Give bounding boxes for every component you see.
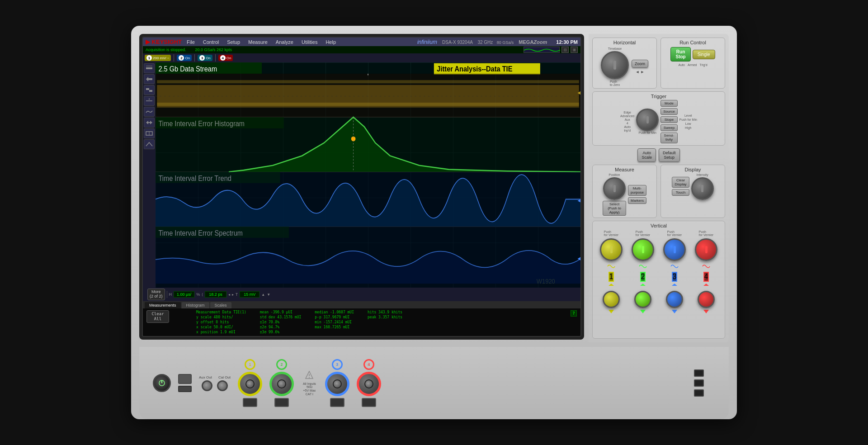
display-label: Display xyxy=(664,167,722,172)
side-btn-7[interactable] xyxy=(144,128,155,138)
ch4-bnc[interactable] xyxy=(357,372,381,396)
measure-display-row: Measure Position Select(Push to Apply) M… xyxy=(592,165,725,218)
more-button[interactable]: More (2 of 2) xyxy=(147,289,165,300)
usb-port-3[interactable] xyxy=(694,389,704,397)
ch2-bnc[interactable] xyxy=(269,372,294,396)
ch3-down-arrow xyxy=(670,310,679,314)
cal-out-label: Cal Out xyxy=(218,375,231,379)
ch2-indicator[interactable]: 2 xyxy=(640,272,646,282)
usb-front-1[interactable] xyxy=(178,386,192,392)
io-connectors xyxy=(178,374,192,392)
ch4-aux-connector[interactable] xyxy=(362,398,376,407)
ch1-scale-knob[interactable] xyxy=(600,238,623,261)
menu-setup[interactable]: Setup xyxy=(226,39,241,45)
time-bar: More (2 of 2) H 1.00 µs/ % ⟨ 18.2 ps ◂ ▸… xyxy=(143,288,580,301)
ch2-aux-connector[interactable] xyxy=(274,398,289,407)
ch3-bnc[interactable] xyxy=(325,372,349,396)
warning-icon xyxy=(305,370,314,381)
mode-button[interactable]: Mode xyxy=(660,100,677,107)
side-btn-5[interactable] xyxy=(144,107,155,117)
ch4-indicator[interactable]: 4 xyxy=(703,272,709,282)
ch1-button[interactable]: 1 200 mV/ ~ xyxy=(145,55,171,61)
trigD-label: Trig'd xyxy=(700,63,708,66)
side-btn-3[interactable] xyxy=(144,85,155,95)
ch1-bnc[interactable] xyxy=(238,372,262,396)
side-btn-2[interactable] xyxy=(144,74,155,84)
trigger-label: Trigger xyxy=(595,94,722,99)
zoom-button[interactable]: Zoom xyxy=(632,60,648,68)
timebase-knob[interactable] xyxy=(601,51,629,79)
usb-port-2[interactable] xyxy=(694,379,704,387)
menu-measure[interactable]: Measure xyxy=(247,39,269,45)
side-btn-4[interactable] xyxy=(144,96,155,106)
clear-all-button[interactable]: ClearAll xyxy=(146,310,169,323)
ch3-button[interactable]: 3 On xyxy=(198,55,212,61)
single-button[interactable]: Single xyxy=(693,50,715,59)
ch3-pos-knob-group xyxy=(666,291,683,314)
sweep-button[interactable]: Sweep xyxy=(660,124,677,131)
menu-help[interactable]: Help xyxy=(324,39,337,45)
ch1-vertical-control: Pushfor Vernier 1 xyxy=(600,230,623,288)
measure-position-knob[interactable] xyxy=(603,177,626,200)
ch2-pos-knob-group xyxy=(634,291,651,314)
side-btn-8[interactable] xyxy=(144,139,155,149)
ch4-scale-knob[interactable] xyxy=(695,238,717,261)
side-btn-6[interactable] xyxy=(144,118,155,128)
ch3-indicator[interactable]: 3 xyxy=(672,272,678,282)
keysight-logo: ▶ KEYSIGHT xyxy=(146,38,182,45)
ch1-indicator[interactable]: 1 xyxy=(609,272,614,282)
screen-container: ▶ KEYSIGHT File Control Setup Measure An… xyxy=(139,34,584,340)
tab-histogram[interactable]: Histogram xyxy=(182,302,209,308)
svg-marker-36 xyxy=(703,284,709,286)
aux-cal-group: Aux Out Cal Out xyxy=(199,375,231,391)
lan-connector[interactable] xyxy=(178,374,192,384)
ch4-pos-knob[interactable] xyxy=(698,291,715,308)
ch3-scale-knob[interactable] xyxy=(663,238,686,261)
ch4-button[interactable]: 4 On xyxy=(218,55,233,61)
ch3-aux-connector[interactable] xyxy=(330,398,344,407)
select-button[interactable]: Select(Push to Apply) xyxy=(603,201,626,216)
aux-out-connector[interactable] xyxy=(202,380,212,391)
run-stop-button[interactable]: RunStop xyxy=(670,47,690,62)
advanced-label: Advanced xyxy=(620,114,634,118)
multi-purpose-button[interactable]: Multi-purpose xyxy=(628,185,646,196)
ch1-pos-knob[interactable] xyxy=(603,291,620,308)
aux-out-label: Aux Out xyxy=(199,375,212,379)
tab-scales[interactable]: Scales xyxy=(210,302,231,308)
menu-analyze[interactable]: Analyze xyxy=(274,39,295,45)
clear-display-button[interactable]: ClearDisplay xyxy=(672,177,689,188)
svg-marker-33 xyxy=(609,284,614,286)
menu-utilities[interactable]: Utilities xyxy=(300,39,319,45)
power-button[interactable] xyxy=(153,374,171,392)
vertical-section: Vertical Pushfor Vernier xyxy=(592,221,725,339)
measurement-data: ClearAll Measurement Data TIE(1) y scale… xyxy=(143,308,580,336)
touch-button[interactable]: Touch xyxy=(672,189,689,196)
ch1-wave-icon xyxy=(607,263,616,270)
ch3-pos-knob[interactable] xyxy=(666,291,683,308)
svg-text:2.5 Gb Data Stream: 2.5 Gb Data Stream xyxy=(158,65,217,73)
intensity-knob[interactable] xyxy=(691,177,714,200)
source-button[interactable]: Source xyxy=(660,108,677,115)
tab-measurements[interactable]: Measurements xyxy=(145,302,181,308)
line-label: 4 xyxy=(627,122,628,125)
side-btn-1[interactable] xyxy=(144,63,155,73)
push-min-label: Push for Min xyxy=(679,118,697,121)
ch1-aux-connector[interactable] xyxy=(243,398,257,407)
ch2-pos-knob[interactable] xyxy=(634,291,651,308)
slope-button[interactable]: Slope xyxy=(660,116,677,123)
markers-button[interactable]: Markers xyxy=(628,197,646,204)
sensitivity-button[interactable]: Sensi-tivity xyxy=(660,133,677,143)
ch4-down-arrow xyxy=(702,310,711,314)
ch2-scale-knob[interactable] xyxy=(632,238,654,261)
menu-control[interactable]: Control xyxy=(202,39,220,45)
usb-port-1[interactable] xyxy=(694,369,704,377)
auto-scale-button[interactable]: AutoScale xyxy=(637,148,656,162)
run-control-label: Run Control xyxy=(664,40,722,45)
trigger-level-knob[interactable] xyxy=(636,109,659,131)
help-icon[interactable]: ? xyxy=(571,310,577,317)
default-setup-button[interactable]: DefaultSetup xyxy=(659,148,680,162)
cal-out-connector[interactable] xyxy=(217,380,228,391)
menu-file[interactable]: File xyxy=(185,39,196,45)
ch2-button[interactable]: 2 On xyxy=(177,55,192,61)
low-label: Low xyxy=(685,122,691,125)
